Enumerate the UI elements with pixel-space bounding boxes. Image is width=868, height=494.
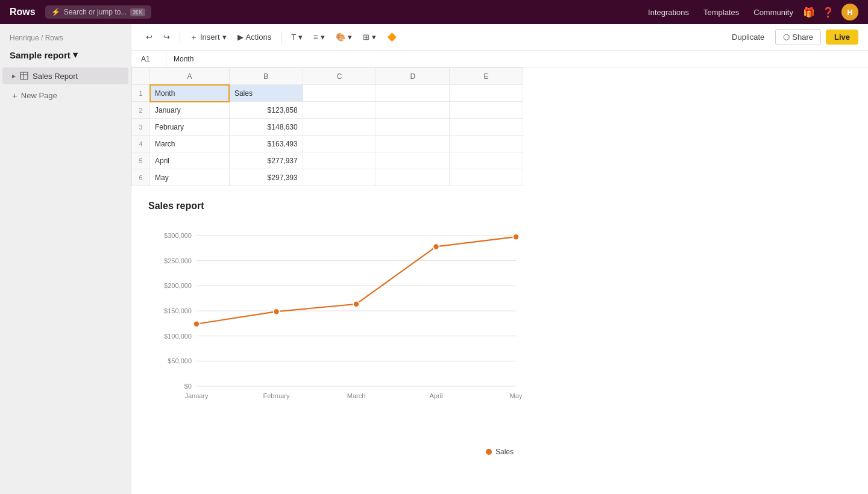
row-number: 5 [132,152,150,169]
align-caret: ▾ [321,33,325,42]
search-box[interactable]: ⚡ Search or jump to... ⌘K [45,5,151,19]
cell-a5[interactable]: April [150,152,230,169]
sidebar-item-sales-report[interactable]: ▶ Sales Report [2,67,128,84]
table-row: 2January$123,858 [132,102,523,119]
chart-container: $300,000$250,000$200,000$150,000$100,000… [148,224,534,440]
cell-a3[interactable]: February [150,119,230,136]
topnav: Rows ⚡ Search or jump to... ⌘K Integrati… [0,0,868,24]
cell-e1[interactable] [450,85,523,102]
cell-e4[interactable] [450,136,523,152]
cell-e6[interactable] [450,169,523,186]
col-header-d[interactable]: D [376,68,450,85]
col-header-c[interactable]: C [303,68,376,85]
cell-d2[interactable] [376,102,450,119]
row-number: 3 [132,119,150,136]
format-button[interactable]: 🎨 ▾ [331,30,357,45]
gift-icon[interactable]: 🎁 [803,7,815,18]
filter-icon: 🔶 [387,33,397,42]
live-button[interactable]: Live [826,30,858,45]
align-button[interactable]: ≡ ▾ [309,30,330,45]
cell-a6[interactable]: May [150,169,230,186]
cell-d4[interactable] [376,136,450,152]
insert-label: Insert [200,33,220,42]
breadcrumb: Henrique / Rows [0,31,131,47]
duplicate-button[interactable]: Duplicate [726,30,770,45]
cell-b6[interactable]: $297,393 [229,169,303,186]
cell-b5[interactable]: $277,937 [229,152,303,169]
svg-text:$0: $0 [184,383,192,390]
new-page-label: New Page [21,91,57,100]
border-button[interactable]: ⊞ ▾ [358,30,381,45]
svg-text:$100,000: $100,000 [164,333,192,340]
chart-legend: Sales [148,448,851,456]
sidebar-item-label: Sales Report [33,72,78,81]
cell-a2[interactable]: January [150,102,230,119]
redo-button[interactable]: ↪ [159,30,175,45]
cell-b1[interactable]: Sales [229,85,303,102]
format-caret: ▾ [348,33,352,42]
col-header-b[interactable]: B [229,68,303,85]
text-format-button[interactable]: T ▾ [286,30,307,45]
cell-a1[interactable]: Month [150,85,230,102]
cell-e2[interactable] [450,102,523,119]
main-layout: Henrique / Rows Sample report ▾ ▶ Sales … [0,24,868,494]
svg-text:$200,000: $200,000 [164,282,192,289]
border-caret: ▾ [372,33,376,42]
col-header-e[interactable]: E [450,68,523,85]
svg-text:April: April [429,392,442,399]
content-area: A B C D E 1MonthSales2January$123,8583Fe… [131,67,868,494]
cell-d1[interactable] [376,85,450,102]
toolbar-divider-2 [281,31,281,43]
col-header-a[interactable]: A [150,68,230,85]
cell-c1[interactable] [303,85,376,102]
align-icon: ≡ [313,33,318,42]
cell-b2[interactable]: $123,858 [229,102,303,119]
cell-e3[interactable] [450,119,523,136]
search-shortcut: ⌘K [130,8,145,16]
templates-link[interactable]: Templates [703,8,739,17]
actions-button[interactable]: ▶ Actions [233,30,277,45]
report-title[interactable]: Sample report ▾ [0,47,131,67]
cell-e5[interactable] [450,152,523,169]
share-icon: ⬡ [783,33,790,42]
table-icon [19,71,29,81]
share-button[interactable]: ⬡ Share [775,29,821,45]
cell-a4[interactable]: March [150,136,230,152]
cell-c3[interactable] [303,119,376,136]
cell-b3[interactable]: $148,630 [229,119,303,136]
cell-c6[interactable] [303,169,376,186]
topnav-icons: 🎁 ❓ H [803,4,858,20]
cell-c5[interactable] [303,152,376,169]
legend-dot [486,449,492,455]
toolbar-divider-1 [180,31,180,43]
filter-button[interactable]: 🔶 [382,30,401,45]
table-row: 6May$297,393 [132,169,523,186]
integrations-link[interactable]: Integrations [648,8,689,17]
sidebar: Henrique / Rows Sample report ▾ ▶ Sales … [0,24,131,494]
table-row: 3February$148,630 [132,119,523,136]
insert-plus-icon: ＋ [190,32,198,43]
insert-button[interactable]: ＋ Insert ▾ [185,29,231,46]
border-icon: ⊞ [363,33,370,42]
triangle-icon: ▶ [12,73,16,79]
help-icon[interactable]: ❓ [822,7,834,18]
cell-ref: A1 [136,51,166,67]
cell-c2[interactable] [303,102,376,119]
cell-d6[interactable] [376,169,450,186]
corner-cell [132,68,150,85]
avatar[interactable]: H [841,4,858,20]
community-link[interactable]: Community [753,8,793,17]
new-page-button[interactable]: + New Page [2,87,128,104]
undo-button[interactable]: ↩ [141,30,157,45]
app-logo[interactable]: Rows [10,7,36,17]
actions-play-icon: ▶ [237,33,244,42]
cell-b4[interactable]: $163,493 [229,136,303,152]
cell-d3[interactable] [376,119,450,136]
cell-d5[interactable] [376,152,450,169]
cell-c4[interactable] [303,136,376,152]
svg-text:$150,000: $150,000 [164,307,192,314]
row-number: 2 [132,102,150,119]
right-panel: ↩ ↪ ＋ Insert ▾ ▶ Actions T ▾ ≡ ▾ 🎨 [131,24,868,494]
toolbar-right: Duplicate ⬡ Share Live [726,29,858,45]
search-icon: ⚡ [51,8,60,16]
